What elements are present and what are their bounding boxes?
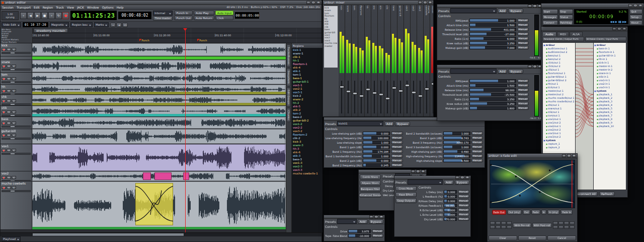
fade-preset-button[interactable] <box>496 221 501 225</box>
track-lane-kick[interactable] <box>32 43 286 56</box>
play-button[interactable]: ▶ <box>34 12 41 19</box>
time-master-button[interactable]: Time master <box>153 16 173 21</box>
port-row[interactable]: ◆master-in 1 <box>594 65 626 68</box>
param-slider[interactable]: 1.500 <box>469 84 516 87</box>
playhead-marker[interactable] <box>183 28 187 31</box>
track-header-hh[interactable]: hh●ms <box>1 85 32 94</box>
automation-mode-button[interactable]: Manual <box>391 154 403 158</box>
gain-slider[interactable] <box>2 126 31 128</box>
port-row[interactable]: ◆stik-in 1 <box>594 75 626 79</box>
maximize-button[interactable]: ▢ <box>374 215 378 218</box>
qjack-messages-button[interactable]: Messages <box>542 15 558 20</box>
mute-button[interactable]: m <box>7 134 11 137</box>
region-list-item[interactable]: clik-2 <box>293 137 323 140</box>
track-lane-bass[interactable] <box>32 117 286 129</box>
automation-mode-button[interactable]: Manual <box>517 88 529 92</box>
fade-preset-button[interactable] <box>570 221 575 225</box>
fade-preset-button[interactable] <box>501 225 506 229</box>
roll-with-post-roll-button[interactable]: With Post-roll <box>532 223 552 228</box>
record-enable-button[interactable]: ● <box>2 122 6 125</box>
mixer-strip-mucho-cowbells[interactable]: mucho cowbells <box>424 5 430 116</box>
port-row[interactable]: ◆shk/out 1 <box>543 103 575 107</box>
minimize-button[interactable]: – <box>411 170 415 173</box>
go-end-button[interactable]: » <box>48 12 55 19</box>
punch-clock[interactable]: 00:00:05:00 <box>235 12 259 19</box>
track-header-clik[interactable] <box>1 56 32 59</box>
param-slider[interactable]: 11440.600 <box>443 154 470 158</box>
roll-with-pre-roll-button[interactable]: With Pre-roll <box>513 223 531 228</box>
record-enable-button[interactable]: ● <box>2 48 6 51</box>
track-lane-vox1[interactable] <box>32 144 286 171</box>
track-lane-mucho-cowbells[interactable] <box>32 182 286 229</box>
param-slider[interactable]: 1.000 <box>443 145 470 149</box>
port-row[interactable]: ◆snare-in 1 <box>594 72 626 75</box>
fade-preset-button[interactable] <box>507 225 512 229</box>
solo-button[interactable]: s <box>12 110 16 113</box>
bypass-button[interactable]: Bypass <box>508 69 523 74</box>
fader-handle[interactable] <box>405 84 410 87</box>
automation-mode-button[interactable]: Manual <box>458 204 469 207</box>
audition-out-button[interactable]: Out <box>523 210 530 215</box>
solo-button[interactable]: s <box>12 77 16 80</box>
fade-preset-button[interactable] <box>496 225 501 229</box>
port-row[interactable]: ◆playback_1 <box>594 93 626 96</box>
add-preset-button[interactable]: Add <box>384 122 394 126</box>
param-slider[interactable]: 7.000 <box>469 46 516 49</box>
port-row[interactable]: ◆kick-in 1 <box>594 61 626 65</box>
automation-mode-button[interactable]: Manual <box>517 28 529 31</box>
region-list-item[interactable]: vox3-1 <box>293 91 323 94</box>
region-list-item[interactable]: mucho cowbells-1 <box>293 172 323 175</box>
port-row[interactable]: ◆playback_3 <box>594 100 626 103</box>
menu-jack[interactable]: JACK <box>77 6 84 9</box>
solo-button[interactable]: s <box>12 122 16 125</box>
automation-mode-button[interactable]: Manual <box>391 150 403 153</box>
fade-preset-button[interactable] <box>553 221 558 225</box>
region-list-item[interactable]: snare-2 <box>293 98 323 101</box>
menu-help[interactable]: Help <box>117 6 124 9</box>
minimize-button[interactable]: – <box>562 154 566 157</box>
fade-preset-button[interactable] <box>507 221 512 225</box>
horizontal-scrollbar[interactable] <box>1 232 321 236</box>
zoom-in-button[interactable]: + <box>116 23 122 27</box>
port-row[interactable]: ◆hh-in 1 <box>594 57 626 61</box>
mixer-strip-bass[interactable]: bass <box>391 5 397 116</box>
param-slider[interactable]: 3.250 <box>469 102 516 105</box>
automation-mode-button[interactable]: Manual <box>458 195 469 198</box>
port-row[interactable]: ◆playback_2 <box>594 96 626 100</box>
fader-handle[interactable] <box>366 88 370 91</box>
fader-handle[interactable] <box>425 88 429 90</box>
gain-slider[interactable] <box>2 180 31 182</box>
param-slider[interactable]: 3.975 <box>348 229 371 233</box>
solo-button[interactable]: s <box>12 186 16 189</box>
gain-slider[interactable] <box>2 153 31 155</box>
mute-button[interactable]: m <box>7 99 11 102</box>
automation-mode-button[interactable]: Manual <box>517 79 529 83</box>
gain-handle[interactable] <box>11 115 15 116</box>
param-slider[interactable]: 1.500 <box>469 23 516 27</box>
port-row[interactable]: ◆guitar-bill-in 1 <box>594 54 626 57</box>
audition-out-dry-button[interactable]: Out (dry) <box>507 210 522 215</box>
gain-slider[interactable] <box>2 190 31 192</box>
param-slider[interactable]: -27.000 <box>469 32 516 36</box>
zoom-out-button[interactable]: − <box>110 23 116 27</box>
gain-handle[interactable] <box>11 153 15 154</box>
mixer-strip-hh[interactable]: hh <box>365 5 371 116</box>
region-list-item[interactable]: floortom-1 <box>293 63 323 66</box>
snap-mode-combo[interactable]: Magnetic <box>50 22 69 27</box>
preset-combo[interactable] <box>337 219 357 224</box>
port-row[interactable]: ◆click/out 2 <box>543 65 575 68</box>
window-titlebar[interactable]: –▢× <box>394 176 470 179</box>
tab-audio[interactable]: Audio <box>542 32 556 36</box>
param-slider[interactable]: 0.000 <box>444 195 457 198</box>
toggle-cross-mode[interactable]: Cross Mode <box>395 186 417 191</box>
preset-combo[interactable]: kick01 <box>337 121 383 126</box>
track-header-stik[interactable]: stik●ms <box>1 106 32 116</box>
region-block[interactable] <box>183 172 189 180</box>
region-list-item[interactable]: vox1-1 <box>293 84 323 87</box>
automation-mode-button[interactable]: Manual <box>471 141 483 144</box>
cancel-button[interactable]: Cancel <box>547 235 576 240</box>
region-list-item[interactable]: vox2-2 <box>293 126 323 130</box>
automation-mode-button[interactable]: Manual <box>372 234 383 237</box>
automation-strip[interactable] <box>32 227 286 229</box>
minimize-button[interactable]: – <box>455 176 459 179</box>
